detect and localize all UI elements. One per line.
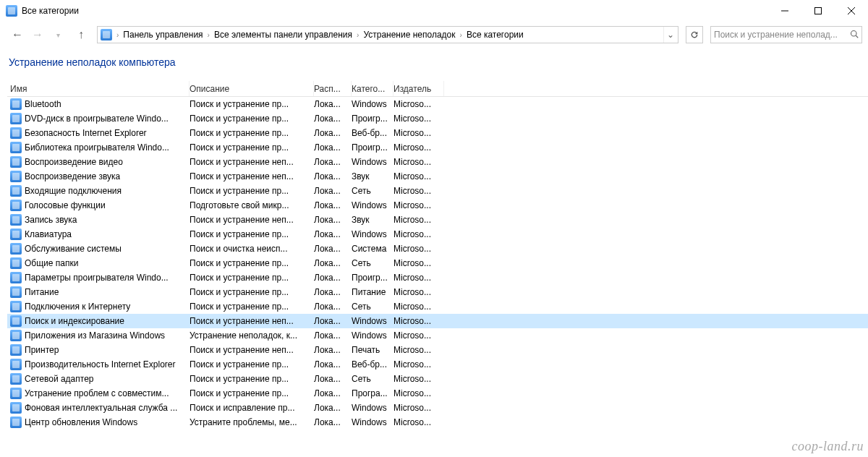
item-name: Центр обновления Windows xyxy=(25,417,137,427)
item-publisher: Microso... xyxy=(393,200,444,210)
list-item[interactable]: Подключения к ИнтернетуПоиск и устранени… xyxy=(7,299,868,314)
item-icon xyxy=(10,214,22,226)
list-item[interactable]: DVD-диск в проигрывателе Windo...Поиск и… xyxy=(7,111,868,126)
item-icon xyxy=(10,243,22,255)
item-name: Приложения из Магазина Windows xyxy=(25,330,165,341)
breadcrumb-item[interactable]: Панель управления xyxy=(120,27,205,43)
item-icon xyxy=(10,171,22,182)
column-header-location[interactable]: Расп... xyxy=(314,81,352,96)
item-publisher: Microso... xyxy=(393,244,444,254)
item-location: Лока... xyxy=(314,142,352,153)
item-description: Поиск и устранение неп... xyxy=(190,316,314,326)
watermark: coop-land.ru xyxy=(792,439,864,454)
list-item[interactable]: Фоновая интеллектуальная служба ...Поиск… xyxy=(7,401,868,415)
list-item[interactable]: Обслуживание системыПоиск и очистка неис… xyxy=(7,242,868,256)
list-item[interactable]: BluetoothПоиск и устранение пр...Лока...… xyxy=(7,97,868,111)
item-publisher: Microso... xyxy=(393,258,444,268)
item-location: Лока... xyxy=(314,229,352,239)
item-category: Windows xyxy=(352,200,393,210)
up-button[interactable]: ↑ xyxy=(72,26,90,43)
list-item[interactable]: Параметры проигрывателя Windo...Поиск и … xyxy=(7,270,868,285)
item-publisher: Microso... xyxy=(393,302,444,312)
list-item[interactable]: Входящие подключенияПоиск и устранение п… xyxy=(7,184,868,198)
item-publisher: Microso... xyxy=(393,114,444,124)
list-item[interactable]: Запись звукаПоиск и устранение неп...Лок… xyxy=(7,213,868,227)
list-item[interactable]: Безопасность Internet ExplorerПоиск и ус… xyxy=(7,126,868,140)
list-item[interactable]: Голосовые функцииПодготовьте свой микр..… xyxy=(7,198,868,213)
column-header-publisher[interactable]: Издатель xyxy=(393,81,444,96)
item-location: Лока... xyxy=(314,403,352,413)
item-icon xyxy=(10,272,22,283)
refresh-button[interactable] xyxy=(686,26,703,43)
item-location: Лока... xyxy=(314,258,352,268)
recent-dropdown[interactable]: ▾ xyxy=(49,26,67,43)
address-bar[interactable]: › Панель управления › Все элементы панел… xyxy=(97,26,678,43)
item-icon xyxy=(10,185,22,197)
item-icon xyxy=(10,257,22,269)
item-publisher: Microso... xyxy=(393,374,444,384)
item-location: Лока... xyxy=(314,186,352,196)
forward-button[interactable]: → xyxy=(29,26,46,43)
column-header-category[interactable]: Катего... xyxy=(352,81,393,96)
breadcrumb-item[interactable]: Все категории xyxy=(464,27,527,43)
item-icon xyxy=(10,127,22,139)
item-category: Проигр... xyxy=(352,273,393,283)
item-name: Общие папки xyxy=(25,258,78,268)
item-description: Устранение неполадок, к... xyxy=(190,330,314,341)
item-icon xyxy=(10,98,22,110)
list-item[interactable]: ПитаниеПоиск и устранение пр...Лока...Пи… xyxy=(7,285,868,299)
item-name: Подключения к Интернету xyxy=(25,302,130,312)
item-location: Лока... xyxy=(314,215,352,225)
list-item[interactable]: Производительность Internet ExplorerПоис… xyxy=(7,357,868,372)
address-dropdown[interactable]: ⌄ xyxy=(663,27,676,43)
item-name: Поиск и индексирование xyxy=(25,316,124,326)
item-name: Сетевой адаптер xyxy=(25,374,93,384)
list-item[interactable]: Приложения из Магазина WindowsУстранение… xyxy=(7,328,868,343)
close-button[interactable] xyxy=(835,0,868,22)
list-item[interactable]: ПринтерПоиск и устранение неп...Лока...П… xyxy=(7,343,868,357)
item-icon xyxy=(10,228,22,240)
list-item[interactable]: КлавиатураПоиск и устранение пр...Лока..… xyxy=(7,227,868,242)
svg-rect-1 xyxy=(815,8,822,14)
list-item[interactable]: Воспроизведение звукаПоиск и устранение … xyxy=(7,169,868,184)
item-category: Сеть xyxy=(352,374,393,384)
item-location: Лока... xyxy=(314,374,352,384)
list-item[interactable]: Поиск и индексированиеПоиск и устранение… xyxy=(7,314,868,328)
item-publisher: Microso... xyxy=(393,345,444,355)
item-name: Воспроизведение звука xyxy=(25,171,120,181)
item-description: Поиск и устранение пр... xyxy=(190,273,314,283)
column-header-description[interactable]: Описание xyxy=(190,81,314,96)
app-icon xyxy=(6,5,17,17)
item-name: Обслуживание системы xyxy=(25,244,122,254)
list-item[interactable]: Общие папкиПоиск и устранение пр...Лока.… xyxy=(7,256,868,270)
item-category: Windows xyxy=(352,157,393,167)
item-description: Поиск и устранение пр... xyxy=(190,287,314,297)
navbar: ← → ▾ ↑ › Панель управления › Все элемен… xyxy=(0,22,868,48)
back-button[interactable]: ← xyxy=(9,26,26,43)
item-description: Поиск и устранение неп... xyxy=(190,171,314,181)
item-location: Лока... xyxy=(314,330,352,341)
list-item[interactable]: Библиотека проигрывателя Windo...Поиск и… xyxy=(7,140,868,155)
item-category: Веб-бр... xyxy=(352,128,393,138)
item-category: Windows xyxy=(352,229,393,239)
item-description: Поиск и устранение пр... xyxy=(190,302,314,312)
search-input[interactable] xyxy=(714,30,859,40)
list-item[interactable]: Устранение проблем с совместим...Поиск и… xyxy=(7,386,868,401)
column-header-name[interactable]: Имя xyxy=(7,81,190,96)
minimize-button[interactable] xyxy=(768,0,801,22)
item-location: Лока... xyxy=(314,157,352,167)
item-description: Поиск и очистка неисп... xyxy=(190,244,314,254)
list-item[interactable]: Сетевой адаптерПоиск и устранение пр...Л… xyxy=(7,372,868,386)
list-item[interactable]: Воспроизведение видеоПоиск и устранение … xyxy=(7,155,868,169)
item-icon xyxy=(10,417,22,428)
list-item[interactable]: Центр обновления WindowsУстраните пробле… xyxy=(7,415,868,430)
item-icon xyxy=(10,344,22,356)
breadcrumb-item[interactable]: Все элементы панели управления xyxy=(211,27,355,43)
item-description: Поиск и устранение пр... xyxy=(190,388,314,398)
item-category: Проигр... xyxy=(352,114,393,124)
svg-point-4 xyxy=(851,30,857,36)
breadcrumb-item[interactable]: Устранение неполадок xyxy=(360,27,458,43)
search-box[interactable] xyxy=(710,26,862,43)
maximize-button[interactable] xyxy=(801,0,835,22)
item-location: Лока... xyxy=(314,345,352,355)
